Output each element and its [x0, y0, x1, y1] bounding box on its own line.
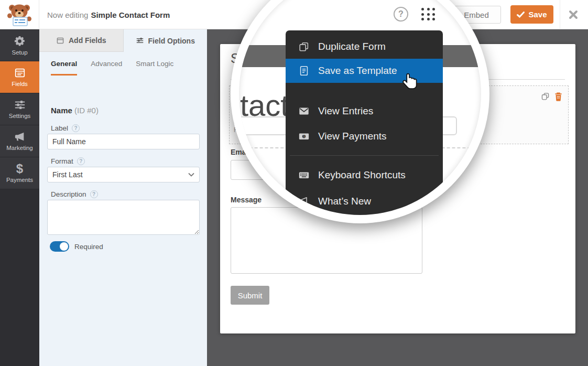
required-toggle[interactable] — [50, 241, 69, 252]
submit-button-preview[interactable]: Submit — [231, 286, 269, 305]
check-icon — [517, 12, 525, 18]
close-icon — [568, 9, 579, 20]
fields-icon — [14, 67, 26, 79]
sidebar-item-fields[interactable]: Fields — [0, 61, 39, 93]
menu-item-keyboard-shortcuts[interactable]: Keyboard Shortcuts — [286, 163, 443, 188]
toggle-knob — [60, 242, 68, 251]
tab-add-fields[interactable]: Add Fields — [39, 29, 124, 52]
svg-text:1: 1 — [303, 134, 305, 138]
magnifier-lens: tact Duplicate Form Save as Template Vie… — [239, 0, 481, 215]
keyboard-icon — [298, 169, 310, 181]
wpforms-builder: Now editing Simple Contact Form Embed Sa… — [0, 0, 588, 366]
sidebar-item-marketing[interactable]: Marketing — [0, 125, 39, 157]
required-toggle-label: Required — [74, 243, 103, 251]
menu-item-save-as-template[interactable]: Save as Template — [286, 59, 443, 83]
magnified-form-title-fragment: tact — [240, 90, 289, 121]
grid-menu-icon[interactable] — [421, 8, 436, 21]
sidebar-item-payments[interactable]: $ Payments — [0, 157, 39, 189]
format-field-label: Format ? — [51, 157, 85, 165]
sidebar-item-setup[interactable]: Setup — [0, 29, 39, 61]
subtabs: General Advanced Smart Logic — [51, 55, 173, 76]
menu-item-view-entries[interactable]: View Entries — [286, 99, 443, 124]
nav-sidebar: Setup Fields Settings Marketing $ Paymen… — [0, 29, 39, 366]
help-icon[interactable]: ? — [394, 7, 408, 21]
description-textarea[interactable] — [47, 200, 200, 235]
subtab-advanced[interactable]: Advanced — [91, 55, 122, 76]
dollar-icon: $ — [16, 163, 23, 175]
duplicate-icon — [298, 41, 310, 52]
label-field-label: Label ? — [51, 124, 80, 132]
sidebar-item-settings[interactable]: Settings — [0, 93, 39, 125]
question-help-icon[interactable]: ? — [77, 157, 85, 165]
bear-logo — [7, 2, 31, 27]
tab-field-options[interactable]: Field Options — [124, 29, 208, 52]
label-input[interactable] — [47, 134, 200, 149]
field-heading: Name (ID #0) — [51, 106, 99, 115]
menu-item-view-payments[interactable]: 1 View Payments — [286, 124, 443, 149]
sliders-icon — [14, 99, 26, 111]
save-button[interactable]: Save — [510, 5, 553, 24]
add-fields-icon — [56, 37, 64, 45]
trash-icon[interactable] — [554, 92, 563, 102]
question-help-icon[interactable]: ? — [90, 190, 98, 198]
form-name: Simple Contact Form — [91, 10, 170, 19]
close-button[interactable] — [567, 8, 580, 21]
duplicate-field-icon[interactable] — [541, 92, 550, 101]
gear-icon — [14, 35, 26, 47]
app-logo — [0, 0, 39, 29]
panel-tabs: Add Fields Field Options — [39, 29, 207, 52]
menu-item-duplicate-form[interactable]: Duplicate Form — [286, 35, 443, 59]
megaphone-icon — [14, 131, 26, 143]
description-field-label: Description ? — [51, 190, 98, 198]
format-select[interactable]: First Last — [47, 167, 200, 182]
message-field-label: Message — [231, 196, 262, 204]
subtab-smart-logic[interactable]: Smart Logic — [136, 55, 173, 76]
builder-dropdown-menu: Duplicate Form Save as Template View Ent… — [286, 30, 443, 215]
question-help-icon[interactable]: ? — [72, 124, 80, 132]
field-options-icon — [136, 37, 144, 45]
subtab-general[interactable]: General — [51, 55, 77, 76]
chevron-down-icon — [188, 173, 194, 177]
now-editing-text: Now editing Simple Contact Form — [47, 0, 170, 29]
hand-cursor-icon — [402, 72, 419, 91]
envelope-icon — [298, 105, 310, 117]
menu-separator — [290, 155, 439, 156]
money-icon: 1 — [298, 131, 310, 142]
announce-icon — [298, 196, 310, 207]
template-icon — [298, 65, 310, 77]
field-options-panel: Add Fields Field Options General Advance… — [39, 29, 207, 366]
header-divider-2 — [560, 0, 560, 29]
